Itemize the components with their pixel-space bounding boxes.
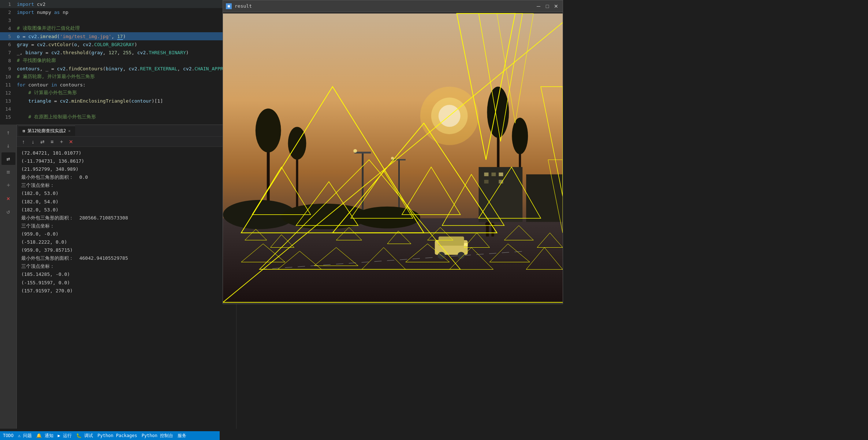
bottom-layout: ↑ ↓ ⇄ ≡ ＋ ✕ ↺ ⊞ 第12轮廓查找实战2 × ↑ ↓ ⇄ ≡ ＋ ✕… (0, 125, 868, 429)
svg-rect-35 (486, 226, 489, 237)
terminal-tab-label: 第12轮廓查找实战2 (27, 128, 66, 134)
svg-point-29 (354, 207, 420, 229)
svg-rect-15 (354, 152, 371, 154)
terminal-line-18: (157.91597, 270.0) (21, 287, 232, 295)
terminal-panel: ⊞ 第12轮廓查找实战2 × ↑ ↓ ⇄ ≡ ＋ ✕ (72.04721, 10… (17, 125, 236, 429)
terminal-line-11: (959.0, -0.0) (21, 230, 232, 238)
terminal-line-5: 三个顶点坐标： (21, 181, 232, 189)
svg-point-13 (512, 118, 528, 154)
line-num-13: 13 (0, 98, 15, 104)
left-sidebar: ↑ ↓ ⇄ ≡ ＋ ✕ ↺ (0, 125, 17, 429)
line-num-10: 10 (0, 74, 15, 80)
line-num-11: 11 (0, 82, 15, 88)
terminal-line-6: (182.0, 53.0) (21, 189, 232, 197)
line-num-4: 4 (0, 26, 15, 31)
svg-rect-31 (439, 237, 464, 246)
line-num-14: 14 (0, 106, 15, 112)
line-num-5: 5 (0, 34, 15, 39)
line-num-15: 15 (0, 114, 15, 120)
result-image-area (223, 12, 563, 304)
toolbar-transfer[interactable]: ⇄ (39, 138, 46, 145)
terminal-line-9: 最小外包三角形的面积： 280566.7108573308 (21, 214, 232, 222)
sidebar-icon-transfer[interactable]: ⇄ (1, 152, 15, 165)
terminal-line-8: (182.0, 53.0) (21, 206, 232, 214)
toolbar-scroll-up[interactable]: ↑ (20, 138, 27, 145)
toolbar-kill[interactable]: ✕ (67, 138, 75, 145)
status-debug[interactable]: 🐛 调试 (76, 433, 93, 439)
status-bar: TODO ⚠ 问题 🔔 通知 ▶ 运行 🐛 调试 Python Packages… (0, 431, 220, 440)
terminal-line-16: (185.14285, -0.0) (21, 270, 232, 278)
sidebar-icon-down[interactable]: ↓ (1, 139, 15, 152)
line-num-1: 1 (0, 1, 15, 7)
terminal-tab-bar: ⊞ 第12轮廓查找实战2 × (17, 125, 236, 137)
window-controls: ─ □ ✕ (535, 3, 560, 10)
svg-point-7 (256, 108, 281, 152)
line-num-7: 7 (0, 50, 15, 55)
status-todo[interactable]: TODO (3, 433, 14, 438)
svg-rect-23 (491, 173, 496, 176)
terminal-tab-icon: ⊞ (23, 129, 25, 133)
line-num-2: 2 (0, 10, 15, 15)
terminal-line-17: (-155.91597, 0.0) (21, 279, 232, 287)
terminal-line-7: (182.0, 54.0) (21, 198, 232, 206)
svg-rect-24 (499, 173, 503, 176)
toolbar-menu[interactable]: ≡ (48, 138, 56, 145)
status-python-console[interactable]: Python 控制台 (142, 433, 174, 439)
window-minimize-btn[interactable]: ─ (535, 3, 542, 10)
svg-rect-21 (526, 174, 563, 222)
status-python-packages[interactable]: Python Packages (97, 433, 137, 438)
sidebar-icon-add[interactable]: ＋ (1, 179, 15, 191)
window-close-btn[interactable]: ✕ (552, 3, 560, 10)
terminal-line-1: (72.04721, 101.01077) (21, 149, 232, 157)
terminal-toolbar: ↑ ↓ ⇄ ≡ ＋ ✕ (17, 137, 236, 147)
status-services[interactable]: 服务 (178, 433, 186, 439)
terminal-line-13: (959.0, 379.85715) (21, 246, 232, 254)
result-title-text: result (235, 3, 532, 9)
terminal-tab-close[interactable]: × (68, 129, 71, 133)
window-maximize-btn[interactable]: □ (544, 3, 551, 10)
terminal-line-3: (21.952799, 348.989) (21, 165, 232, 173)
result-svg (223, 12, 563, 304)
toolbar-scroll-down[interactable]: ↓ (29, 138, 37, 145)
terminal-line-12: (-518.2222, 0.0) (21, 238, 232, 246)
svg-rect-26 (499, 180, 503, 184)
toolbar-add[interactable]: ＋ (58, 138, 65, 145)
line-num-12: 12 (0, 90, 15, 96)
terminal-line-10: 三个顶点坐标： (21, 222, 232, 230)
terminal-tab-active[interactable]: ⊞ 第12轮廓查找实战2 × (18, 126, 75, 136)
sidebar-icon-refresh[interactable]: ↺ (1, 205, 15, 218)
svg-rect-25 (484, 180, 488, 184)
terminal-line-2: (-11.794731, 136.8617) (21, 157, 232, 165)
status-problems[interactable]: ⚠ 问题 (18, 433, 32, 439)
sidebar-icon-menu[interactable]: ≡ (1, 166, 15, 178)
result-icon: ■ (226, 3, 232, 9)
terminal-line-15: 三个顶点坐标： (21, 262, 232, 270)
svg-rect-22 (484, 173, 488, 176)
result-window: ■ result ─ □ ✕ (223, 0, 563, 304)
line-num-3: 3 (0, 18, 15, 23)
result-titlebar: ■ result ─ □ ✕ (223, 0, 563, 12)
sidebar-icon-up[interactable]: ↑ (1, 126, 15, 138)
terminal-line-4: 最小外包三角形的面积： 0.0 (21, 173, 232, 181)
status-run[interactable]: ▶ 运行 (58, 433, 72, 439)
sidebar-icon-close[interactable]: ✕ (1, 192, 15, 204)
terminal-output: (72.04721, 101.01077) (-11.794731, 136.8… (17, 147, 236, 429)
line-num-8: 8 (0, 58, 15, 63)
line-num-9: 9 (0, 66, 15, 71)
svg-point-33 (458, 252, 465, 259)
status-notifications[interactable]: 🔔 通知 (36, 433, 53, 439)
line-num-6: 6 (0, 42, 15, 47)
svg-point-16 (353, 149, 357, 153)
terminal-line-14: 最小外包三角形的面积： 46042.94105529785 (21, 254, 232, 262)
